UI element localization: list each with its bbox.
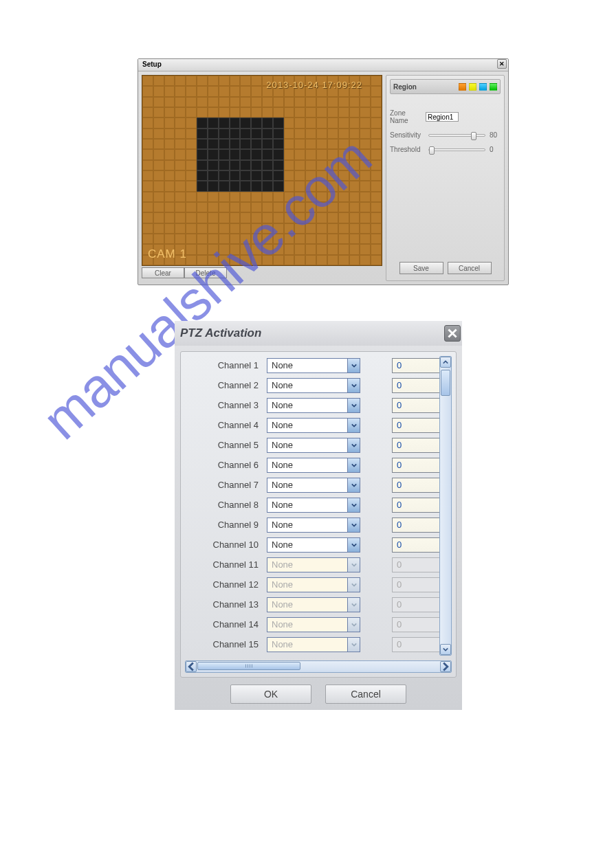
- grid-cell[interactable]: [230, 149, 241, 159]
- grid-cell[interactable]: [142, 129, 153, 139]
- grid-cell[interactable]: [219, 181, 230, 191]
- clear-button[interactable]: Clear: [142, 267, 184, 278]
- grid-cell[interactable]: [294, 139, 305, 149]
- grid-cell[interactable]: [273, 107, 284, 118]
- ptz-close-button[interactable]: [444, 325, 461, 342]
- grid-cell[interactable]: [197, 149, 208, 159]
- grid-cell[interactable]: [230, 234, 241, 244]
- grid-cell[interactable]: [175, 97, 186, 107]
- grid-cell[interactable]: [273, 244, 284, 254]
- grid-cell[interactable]: [305, 223, 316, 234]
- grid-cell[interactable]: [164, 97, 175, 107]
- grid-cell[interactable]: [153, 107, 164, 118]
- grid-cell[interactable]: [240, 160, 251, 170]
- grid-cell[interactable]: [197, 107, 208, 118]
- grid-cell[interactable]: [251, 118, 262, 128]
- grid-cell[interactable]: [164, 223, 175, 234]
- grid-cell[interactable]: [197, 202, 208, 212]
- grid-cell[interactable]: [240, 202, 251, 212]
- grid-cell[interactable]: [316, 129, 327, 139]
- grid-cell[interactable]: [230, 107, 241, 118]
- grid-cell[interactable]: [219, 139, 230, 149]
- grid-cell[interactable]: [208, 202, 219, 212]
- grid-cell[interactable]: [305, 244, 316, 254]
- grid-cell[interactable]: [338, 192, 349, 202]
- grid-cell[interactable]: [251, 107, 262, 118]
- grid-cell[interactable]: [164, 76, 175, 86]
- grid-cell[interactable]: [197, 86, 208, 96]
- grid-cell[interactable]: [294, 223, 305, 234]
- grid-cell[interactable]: [208, 86, 219, 96]
- grid-cell[interactable]: [294, 149, 305, 159]
- grid-cell[interactable]: [327, 212, 338, 223]
- grid-cell[interactable]: [186, 244, 197, 254]
- grid-cell[interactable]: [305, 212, 316, 223]
- grid-cell[interactable]: [349, 129, 360, 139]
- grid-cell[interactable]: [316, 234, 327, 244]
- channel-value-input[interactable]: [392, 358, 444, 373]
- grid-cell[interactable]: [164, 107, 175, 118]
- grid-cell[interactable]: [338, 170, 349, 181]
- grid-cell[interactable]: [164, 212, 175, 223]
- scroll-left-button[interactable]: [186, 661, 197, 672]
- grid-cell[interactable]: [284, 212, 295, 223]
- grid-cell[interactable]: [338, 181, 349, 191]
- grid-cell[interactable]: [240, 97, 251, 107]
- grid-cell[interactable]: [197, 255, 208, 265]
- grid-cell[interactable]: [327, 118, 338, 128]
- grid-cell[interactable]: [251, 170, 262, 181]
- grid-cell[interactable]: [230, 255, 241, 265]
- grid-cell[interactable]: [338, 202, 349, 212]
- ptz-ok-button[interactable]: OK: [230, 685, 311, 704]
- grid-cell[interactable]: [197, 223, 208, 234]
- grid-cell[interactable]: [153, 149, 164, 159]
- grid-cell[interactable]: [186, 202, 197, 212]
- grid-cell[interactable]: [316, 192, 327, 202]
- grid-cell[interactable]: [230, 181, 241, 191]
- grid-cell[interactable]: [360, 107, 371, 118]
- grid-cell[interactable]: [153, 202, 164, 212]
- grid-cell[interactable]: [164, 170, 175, 181]
- grid-cell[interactable]: [142, 212, 153, 223]
- region-swatch-yellow[interactable]: [469, 83, 476, 91]
- grid-cell[interactable]: [284, 107, 295, 118]
- grid-cell[interactable]: [142, 170, 153, 181]
- grid-cell[interactable]: [349, 97, 360, 107]
- grid-cell[interactable]: [294, 181, 305, 191]
- grid-cell[interactable]: [186, 76, 197, 86]
- grid-cell[interactable]: [360, 244, 371, 254]
- grid-cell[interactable]: [327, 255, 338, 265]
- channel-value-input[interactable]: [392, 518, 444, 533]
- grid-cell[interactable]: [251, 76, 262, 86]
- grid-cell[interactable]: [294, 118, 305, 128]
- grid-cell[interactable]: [294, 202, 305, 212]
- grid-cell[interactable]: [153, 76, 164, 86]
- grid-cell[interactable]: [175, 160, 186, 170]
- grid-cell[interactable]: [305, 139, 316, 149]
- grid-cell[interactable]: [164, 181, 175, 191]
- grid-cell[interactable]: [240, 129, 251, 139]
- select-dropdown-button[interactable]: [347, 498, 360, 512]
- grid-cell[interactable]: [284, 181, 295, 191]
- grid-cell[interactable]: [240, 234, 251, 244]
- grid-cell[interactable]: [219, 118, 230, 128]
- grid-cell[interactable]: [349, 118, 360, 128]
- grid-cell[interactable]: [262, 129, 273, 139]
- grid-cell[interactable]: [338, 223, 349, 234]
- grid-cell[interactable]: [349, 255, 360, 265]
- grid-cell[interactable]: [273, 181, 284, 191]
- grid-cell[interactable]: [197, 118, 208, 128]
- grid-cell[interactable]: [294, 255, 305, 265]
- grid-cell[interactable]: [153, 181, 164, 191]
- grid-cell[interactable]: [208, 181, 219, 191]
- grid-cell[interactable]: [251, 212, 262, 223]
- grid-cell[interactable]: [186, 139, 197, 149]
- grid-cell[interactable]: [240, 118, 251, 128]
- grid-cell[interactable]: [219, 107, 230, 118]
- grid-cell[interactable]: [284, 234, 295, 244]
- grid-cell[interactable]: [327, 107, 338, 118]
- grid-cell[interactable]: [327, 202, 338, 212]
- grid-cell[interactable]: [240, 107, 251, 118]
- grid-cell[interactable]: [305, 97, 316, 107]
- grid-cell[interactable]: [197, 234, 208, 244]
